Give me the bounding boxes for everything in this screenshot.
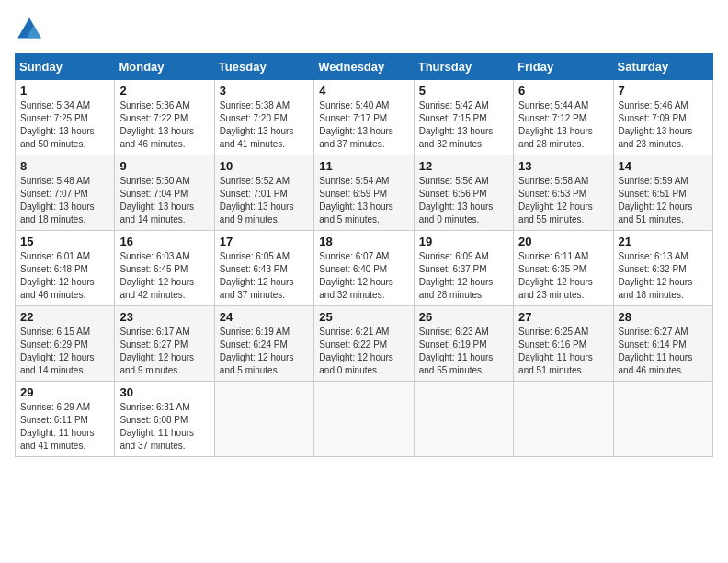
day-number: 5	[419, 84, 508, 98]
calendar-cell: 19Sunrise: 6:09 AM Sunset: 6:37 PM Dayli…	[414, 231, 513, 306]
calendar-cell: 12Sunrise: 5:56 AM Sunset: 6:56 PM Dayli…	[414, 155, 513, 231]
day-of-week-header: Wednesday	[314, 54, 414, 80]
day-of-week-header: Monday	[115, 54, 214, 80]
day-number: 10	[220, 159, 309, 173]
calendar-cell: 18Sunrise: 6:07 AM Sunset: 6:40 PM Dayli…	[314, 231, 414, 306]
calendar-cell: 1Sunrise: 5:34 AM Sunset: 7:25 PM Daylig…	[16, 80, 115, 155]
day-of-week-header: Friday	[514, 54, 613, 80]
day-info: Sunrise: 6:25 AM Sunset: 6:16 PM Dayligh…	[518, 326, 608, 377]
day-of-week-header: Tuesday	[214, 54, 313, 80]
day-number: 13	[518, 159, 608, 173]
calendar-week-row: 22Sunrise: 6:15 AM Sunset: 6:29 PM Dayli…	[16, 306, 713, 382]
day-number: 23	[119, 310, 209, 324]
calendar-cell: 26Sunrise: 6:23 AM Sunset: 6:19 PM Dayli…	[414, 306, 513, 382]
day-number: 6	[518, 84, 608, 98]
day-number: 21	[619, 235, 708, 248]
day-number: 25	[319, 310, 408, 324]
calendar-cell	[514, 382, 613, 457]
day-number: 12	[419, 159, 508, 173]
logo-icon	[15, 15, 44, 44]
day-number: 17	[220, 235, 309, 248]
logo	[15, 15, 50, 44]
day-number: 1	[20, 84, 109, 98]
calendar-cell: 29Sunrise: 6:29 AM Sunset: 6:11 PM Dayli…	[16, 382, 115, 457]
calendar-week-row: 15Sunrise: 6:01 AM Sunset: 6:48 PM Dayli…	[16, 231, 713, 306]
day-info: Sunrise: 6:09 AM Sunset: 6:37 PM Dayligh…	[419, 250, 508, 302]
day-number: 11	[319, 159, 408, 173]
day-info: Sunrise: 5:40 AM Sunset: 7:17 PM Dayligh…	[319, 99, 408, 151]
day-info: Sunrise: 5:46 AM Sunset: 7:09 PM Dayligh…	[619, 99, 708, 151]
calendar-cell: 10Sunrise: 5:52 AM Sunset: 7:01 PM Dayli…	[214, 155, 313, 231]
calendar-cell	[214, 382, 313, 457]
calendar-cell: 15Sunrise: 6:01 AM Sunset: 6:48 PM Dayli…	[16, 231, 115, 306]
calendar-cell: 5Sunrise: 5:42 AM Sunset: 7:15 PM Daylig…	[414, 80, 513, 155]
calendar-cell: 22Sunrise: 6:15 AM Sunset: 6:29 PM Dayli…	[16, 306, 115, 382]
calendar-cell: 4Sunrise: 5:40 AM Sunset: 7:17 PM Daylig…	[314, 80, 414, 155]
day-of-week-header: Thursday	[414, 54, 513, 80]
calendar-cell: 20Sunrise: 6:11 AM Sunset: 6:35 PM Dayli…	[514, 231, 613, 306]
calendar-cell: 9Sunrise: 5:50 AM Sunset: 7:04 PM Daylig…	[115, 155, 214, 231]
calendar-cell	[314, 382, 414, 457]
day-info: Sunrise: 5:56 AM Sunset: 6:56 PM Dayligh…	[419, 175, 508, 226]
calendar-cell: 24Sunrise: 6:19 AM Sunset: 6:24 PM Dayli…	[214, 306, 313, 382]
page-header	[15, 15, 713, 44]
calendar-cell: 28Sunrise: 6:27 AM Sunset: 6:14 PM Dayli…	[613, 306, 712, 382]
day-number: 8	[20, 159, 109, 173]
day-number: 14	[619, 159, 708, 173]
day-number: 7	[619, 84, 708, 98]
day-number: 18	[319, 235, 408, 248]
day-number: 30	[119, 385, 209, 399]
calendar-table: SundayMondayTuesdayWednesdayThursdayFrid…	[15, 53, 713, 457]
day-number: 27	[518, 310, 608, 324]
day-info: Sunrise: 6:11 AM Sunset: 6:35 PM Dayligh…	[518, 250, 608, 302]
calendar-week-row: 8Sunrise: 5:48 AM Sunset: 7:07 PM Daylig…	[16, 155, 713, 231]
day-info: Sunrise: 6:17 AM Sunset: 6:27 PM Dayligh…	[119, 326, 209, 377]
day-info: Sunrise: 5:44 AM Sunset: 7:12 PM Dayligh…	[518, 99, 608, 151]
day-info: Sunrise: 6:31 AM Sunset: 6:08 PM Dayligh…	[119, 401, 209, 453]
day-number: 24	[220, 310, 309, 324]
day-info: Sunrise: 6:23 AM Sunset: 6:19 PM Dayligh…	[419, 326, 508, 377]
day-number: 3	[220, 84, 309, 98]
calendar-cell: 14Sunrise: 5:59 AM Sunset: 6:51 PM Dayli…	[613, 155, 712, 231]
day-number: 29	[20, 385, 109, 399]
day-info: Sunrise: 6:29 AM Sunset: 6:11 PM Dayligh…	[20, 401, 109, 453]
calendar-cell	[613, 382, 712, 457]
day-number: 9	[119, 159, 209, 173]
day-info: Sunrise: 5:58 AM Sunset: 6:53 PM Dayligh…	[518, 175, 608, 226]
day-info: Sunrise: 5:38 AM Sunset: 7:20 PM Dayligh…	[220, 99, 309, 151]
day-info: Sunrise: 5:42 AM Sunset: 7:15 PM Dayligh…	[419, 99, 508, 151]
day-of-week-header: Saturday	[613, 54, 712, 80]
calendar-cell: 16Sunrise: 6:03 AM Sunset: 6:45 PM Dayli…	[115, 231, 214, 306]
day-info: Sunrise: 5:50 AM Sunset: 7:04 PM Dayligh…	[119, 175, 209, 226]
day-info: Sunrise: 6:19 AM Sunset: 6:24 PM Dayligh…	[220, 326, 309, 377]
day-number: 4	[319, 84, 408, 98]
calendar-body: 1Sunrise: 5:34 AM Sunset: 7:25 PM Daylig…	[16, 80, 713, 457]
calendar-week-row: 1Sunrise: 5:34 AM Sunset: 7:25 PM Daylig…	[16, 80, 713, 155]
day-info: Sunrise: 6:07 AM Sunset: 6:40 PM Dayligh…	[319, 250, 408, 302]
calendar-cell: 8Sunrise: 5:48 AM Sunset: 7:07 PM Daylig…	[16, 155, 115, 231]
day-number: 15	[20, 235, 109, 248]
day-info: Sunrise: 6:05 AM Sunset: 6:43 PM Dayligh…	[220, 250, 309, 302]
calendar-cell: 30Sunrise: 6:31 AM Sunset: 6:08 PM Dayli…	[115, 382, 214, 457]
day-info: Sunrise: 6:03 AM Sunset: 6:45 PM Dayligh…	[119, 250, 209, 302]
day-info: Sunrise: 5:59 AM Sunset: 6:51 PM Dayligh…	[619, 175, 708, 226]
calendar-cell: 23Sunrise: 6:17 AM Sunset: 6:27 PM Dayli…	[115, 306, 214, 382]
day-info: Sunrise: 5:54 AM Sunset: 6:59 PM Dayligh…	[319, 175, 408, 226]
day-info: Sunrise: 5:52 AM Sunset: 7:01 PM Dayligh…	[220, 175, 309, 226]
day-number: 26	[419, 310, 508, 324]
calendar-cell: 2Sunrise: 5:36 AM Sunset: 7:22 PM Daylig…	[115, 80, 214, 155]
day-number: 16	[119, 235, 209, 248]
calendar-week-row: 29Sunrise: 6:29 AM Sunset: 6:11 PM Dayli…	[16, 382, 713, 457]
calendar-cell: 11Sunrise: 5:54 AM Sunset: 6:59 PM Dayli…	[314, 155, 414, 231]
calendar-header: SundayMondayTuesdayWednesdayThursdayFrid…	[16, 54, 713, 80]
calendar-cell: 7Sunrise: 5:46 AM Sunset: 7:09 PM Daylig…	[613, 80, 712, 155]
calendar-cell: 3Sunrise: 5:38 AM Sunset: 7:20 PM Daylig…	[214, 80, 313, 155]
day-info: Sunrise: 6:15 AM Sunset: 6:29 PM Dayligh…	[20, 326, 109, 377]
day-info: Sunrise: 5:34 AM Sunset: 7:25 PM Dayligh…	[20, 99, 109, 151]
calendar-cell: 6Sunrise: 5:44 AM Sunset: 7:12 PM Daylig…	[514, 80, 613, 155]
calendar-cell	[414, 382, 513, 457]
day-info: Sunrise: 6:13 AM Sunset: 6:32 PM Dayligh…	[619, 250, 708, 302]
day-info: Sunrise: 6:01 AM Sunset: 6:48 PM Dayligh…	[20, 250, 109, 302]
calendar-cell: 27Sunrise: 6:25 AM Sunset: 6:16 PM Dayli…	[514, 306, 613, 382]
calendar-cell: 25Sunrise: 6:21 AM Sunset: 6:22 PM Dayli…	[314, 306, 414, 382]
